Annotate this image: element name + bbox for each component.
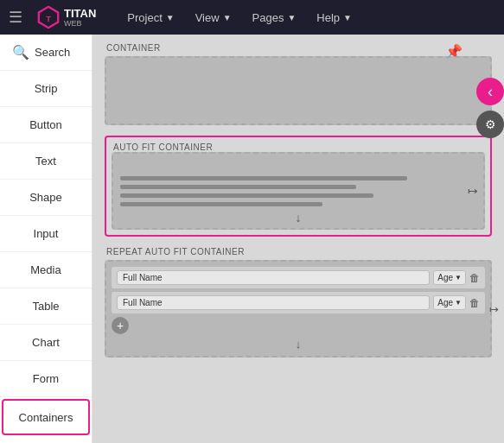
add-row-button[interactable]: + bbox=[112, 317, 129, 334]
sidebar-item-strip[interactable]: Strip bbox=[0, 71, 92, 107]
repeat-field-fullname-2: Full Name bbox=[117, 295, 430, 310]
auto-fit-line-4 bbox=[120, 202, 322, 206]
sidebar-item-search[interactable]: 🔍 Search bbox=[0, 35, 92, 71]
sidebar-item-text[interactable]: Text bbox=[0, 143, 92, 180]
repeat-section: REPEAT AUTO FIT CONTAINER Full Name Age … bbox=[105, 247, 492, 358]
nav-items: Project ▼ View ▼ Pages ▼ Help ▼ bbox=[117, 0, 362, 35]
container-label: CONTAINER bbox=[105, 43, 492, 53]
repeat-expand-down-icon: ↓ bbox=[112, 338, 485, 351]
chevron-down-icon: ▼ bbox=[455, 274, 462, 282]
hamburger-icon[interactable]: ☰ bbox=[9, 8, 22, 27]
canvas-content: CONTAINER AUTO FIT CONTAINER ↦ ↓ REPEAT … bbox=[93, 35, 504, 366]
sidebar: 🔍 Search Strip Button Text Shape Input M… bbox=[0, 35, 93, 443]
repeat-label: REPEAT AUTO FIT CONTAINER bbox=[105, 247, 492, 256]
main-area: 🔍 Search Strip Button Text Shape Input M… bbox=[0, 35, 504, 443]
delete-row-icon-2[interactable]: 🗑 bbox=[469, 297, 480, 309]
logo-text: TITAN bbox=[64, 8, 96, 19]
svg-text:T: T bbox=[46, 15, 51, 23]
expand-right-icon: ↦ bbox=[468, 184, 478, 198]
auto-fit-section: AUTO FIT CONTAINER ↦ ↓ bbox=[105, 136, 492, 237]
chevron-down-icon: ▼ bbox=[343, 13, 352, 22]
sidebar-item-input[interactable]: Input bbox=[0, 216, 92, 252]
container-widget bbox=[105, 56, 492, 125]
repeat-widget: Full Name Age ▼ 🗑 Full Name Age ▼ bbox=[105, 260, 492, 358]
nav-pages[interactable]: Pages ▼ bbox=[242, 0, 307, 35]
sidebar-item-media[interactable]: Media bbox=[0, 252, 92, 288]
auto-fit-line-2 bbox=[120, 185, 356, 189]
top-nav: ☰ T TITAN WEB Project ▼ View ▼ Pages ▼ H… bbox=[0, 0, 504, 35]
pin-icon[interactable]: 📌 bbox=[445, 43, 463, 60]
sidebar-item-button[interactable]: Button bbox=[0, 107, 92, 143]
repeat-field-fullname-1: Full Name bbox=[117, 270, 430, 285]
chevron-down-icon: ▼ bbox=[223, 13, 232, 22]
repeat-row-1: Full Name Age ▼ 🗑 bbox=[112, 267, 485, 288]
nav-view[interactable]: View ▼ bbox=[185, 0, 242, 35]
chevron-down-icon: ▼ bbox=[455, 299, 462, 307]
canvas-area: ‹ ⚙ 📌 CONTAINER AUTO FIT CONTAINER ↦ bbox=[93, 35, 504, 443]
sidebar-item-containers[interactable]: Containers bbox=[2, 399, 90, 435]
sidebar-item-shape[interactable]: Shape bbox=[0, 180, 92, 216]
auto-fit-label: AUTO FIT CONTAINER bbox=[112, 142, 485, 152]
sidebar-item-form[interactable]: Form bbox=[0, 361, 92, 397]
search-icon: 🔍 bbox=[12, 44, 29, 60]
delete-row-icon-1[interactable]: 🗑 bbox=[469, 272, 480, 284]
sidebar-item-table[interactable]: Table bbox=[0, 288, 92, 325]
repeat-row-2: Full Name Age ▼ 🗑 bbox=[112, 292, 485, 313]
nav-help[interactable]: Help ▼ bbox=[306, 0, 362, 35]
back-button[interactable]: ‹ bbox=[476, 78, 504, 105]
repeat-select-age-1[interactable]: Age ▼ bbox=[433, 270, 466, 285]
repeat-expand-right-icon: ↦ bbox=[489, 302, 499, 315]
repeat-select-age-2[interactable]: Age ▼ bbox=[433, 295, 466, 310]
auto-fit-widget: ↦ ↓ bbox=[112, 152, 485, 230]
logo-icon: T bbox=[36, 5, 61, 29]
sidebar-item-chart[interactable]: Chart bbox=[0, 325, 92, 361]
auto-fit-line-3 bbox=[120, 193, 373, 198]
settings-button[interactable]: ⚙ bbox=[476, 111, 504, 138]
chevron-down-icon: ▼ bbox=[166, 13, 175, 22]
chevron-down-icon: ▼ bbox=[287, 13, 296, 22]
auto-fit-line-1 bbox=[120, 176, 407, 180]
nav-project[interactable]: Project ▼ bbox=[117, 0, 184, 35]
logo: T TITAN WEB bbox=[36, 5, 96, 29]
container-section: CONTAINER bbox=[105, 43, 492, 125]
logo-sub: WEB bbox=[64, 19, 96, 28]
expand-down-icon: ↓ bbox=[296, 211, 302, 225]
fab-group: ‹ ⚙ bbox=[476, 78, 504, 138]
